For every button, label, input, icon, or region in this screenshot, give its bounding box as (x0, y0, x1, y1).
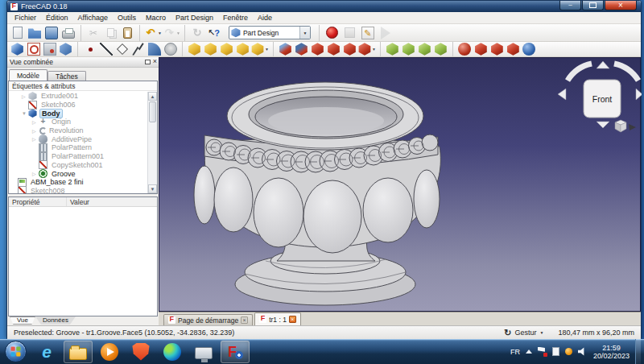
toolbar-button[interactable] (144, 25, 162, 41)
toolbar-button[interactable] (457, 42, 473, 56)
expander-icon[interactable]: ▷ (22, 93, 28, 99)
close-panel-icon[interactable]: × (153, 58, 157, 65)
toolbar-button[interactable] (251, 42, 269, 56)
tree-item[interactable]: ▷ Revolution (9, 126, 147, 135)
taskbar-clock[interactable]: 21:59 20/02/2023 (593, 344, 630, 360)
macro-button[interactable] (378, 25, 394, 41)
tree-item[interactable]: PolarPattern001 (9, 152, 147, 161)
document-tray-icon[interactable] (552, 347, 559, 356)
toolbar-button[interactable] (506, 42, 521, 56)
taskbar-app[interactable] (32, 341, 61, 363)
toolbar-button[interactable] (417, 42, 432, 56)
column-value[interactable]: Valeur (67, 197, 89, 206)
menu-item[interactable]: Fenêtre (218, 12, 253, 24)
macro-button[interactable] (324, 25, 341, 41)
scroll-down-icon[interactable]: ▼ (148, 184, 157, 193)
expander-icon[interactable]: ▷ (32, 128, 39, 134)
toolbar-button[interactable] (27, 25, 43, 41)
navigation-style-selector[interactable]: Gestur (514, 329, 536, 337)
hidden-icons-arrow-icon[interactable] (526, 350, 532, 354)
toolbar-button[interactable] (433, 42, 448, 56)
toolbar-button[interactable] (130, 42, 146, 56)
tree-item[interactable]: ▷ AdditivePipe (9, 134, 147, 143)
toolbar-button[interactable] (342, 42, 357, 56)
property-tab[interactable]: Vue (10, 316, 35, 325)
expander-icon[interactable]: ▷ (32, 171, 39, 176)
column-property[interactable]: Propriété (9, 197, 67, 206)
toolbar-button[interactable] (60, 25, 76, 41)
tree-item[interactable]: ▼ Body (9, 109, 147, 118)
maximize-button[interactable] (582, 1, 604, 10)
toolbar-button[interactable] (206, 25, 222, 41)
toolbar-button[interactable] (26, 42, 41, 56)
menu-item[interactable]: Part Design (171, 12, 218, 24)
toolbar-button[interactable] (219, 42, 234, 56)
tab-close-icon[interactable]: × (241, 316, 248, 324)
panel-tab[interactable]: Tâches (47, 71, 86, 81)
volume-icon[interactable] (578, 347, 588, 357)
taskbar-app[interactable] (95, 341, 124, 363)
close-button[interactable] (605, 1, 637, 10)
tree-item[interactable]: Sketch006 (9, 101, 147, 110)
taskbar-app[interactable] (126, 341, 155, 363)
toolbar-button[interactable] (58, 42, 73, 56)
taskbar-app[interactable] (221, 341, 250, 363)
menu-item[interactable]: Outils (113, 12, 141, 24)
toolbar-button[interactable] (10, 25, 26, 41)
taskbar-app[interactable] (64, 341, 93, 363)
expander-icon[interactable]: ▷ (32, 136, 39, 142)
toolbar-button[interactable] (189, 25, 205, 41)
navigation-cube[interactable]: Front (558, 61, 642, 132)
tree-item[interactable]: ▷ Origin (9, 118, 147, 126)
tree-item[interactable]: ▷ Extrude001 (9, 92, 147, 101)
toolbar-button[interactable] (82, 42, 97, 56)
toolbar-button[interactable] (119, 25, 135, 41)
chevron-down-icon[interactable]: ▼ (299, 27, 310, 39)
toolbar-button[interactable] (102, 25, 118, 41)
workbench-selector[interactable]: Part Design ▼ (229, 26, 311, 39)
tree-scrollbar[interactable]: ▲ ▼ (147, 92, 157, 193)
toolbar-button[interactable] (10, 42, 25, 56)
toolbar-button[interactable] (401, 42, 416, 56)
panel-header[interactable]: Vue combinée × (7, 57, 159, 68)
menu-item[interactable]: Édition (41, 12, 73, 24)
show-desktop-button[interactable] (635, 339, 641, 364)
taskbar-app[interactable] (189, 341, 218, 363)
scrollbar-thumb[interactable] (149, 101, 156, 122)
minimize-button[interactable] (559, 1, 581, 10)
toolbar-button[interactable] (43, 25, 60, 41)
document-tab[interactable]: Page de démarrage × (163, 314, 253, 325)
toolbar-button[interactable] (85, 25, 101, 41)
toolbar-button[interactable] (42, 42, 57, 56)
menu-item[interactable]: Aide (253, 12, 277, 24)
tree-item[interactable]: PolarPattern (9, 143, 147, 152)
toolbar-button[interactable] (489, 42, 505, 56)
toolbar-button[interactable] (235, 42, 250, 56)
toolbar-button[interactable] (203, 42, 218, 56)
expander-icon[interactable]: ▼ (22, 111, 28, 116)
macro-button[interactable] (342, 25, 358, 41)
toolbar-button[interactable] (310, 42, 325, 56)
toolbar-button[interactable] (473, 42, 489, 56)
tree-item[interactable]: ▷ Groove (9, 169, 147, 178)
taskbar-app[interactable] (158, 341, 187, 363)
tab-close-icon[interactable]: × (289, 316, 296, 323)
toolbar-button[interactable] (385, 42, 400, 56)
language-indicator[interactable]: FR (510, 348, 520, 356)
3d-view[interactable]: Front (159, 57, 641, 312)
toolbar-button[interactable] (98, 42, 114, 56)
start-button[interactable] (5, 341, 27, 362)
toolbar-button[interactable] (278, 42, 293, 56)
model-vase[interactable] (194, 82, 440, 305)
toolbar-button[interactable] (163, 25, 180, 41)
chevron-down-icon[interactable]: ▼ (540, 330, 544, 335)
toolbar-button[interactable] (187, 42, 202, 56)
menu-item[interactable]: Fichier (10, 12, 41, 24)
toolbar-button[interactable] (147, 42, 162, 56)
toolbar-button[interactable] (114, 42, 130, 56)
update-status-icon[interactable] (565, 348, 572, 355)
tree-item[interactable]: ABM_base 2 fini (9, 178, 147, 187)
toolbar-button[interactable] (358, 42, 376, 56)
document-tab[interactable]: tr1 : 1 × (254, 312, 301, 325)
expander-icon[interactable]: ▷ (32, 119, 39, 125)
